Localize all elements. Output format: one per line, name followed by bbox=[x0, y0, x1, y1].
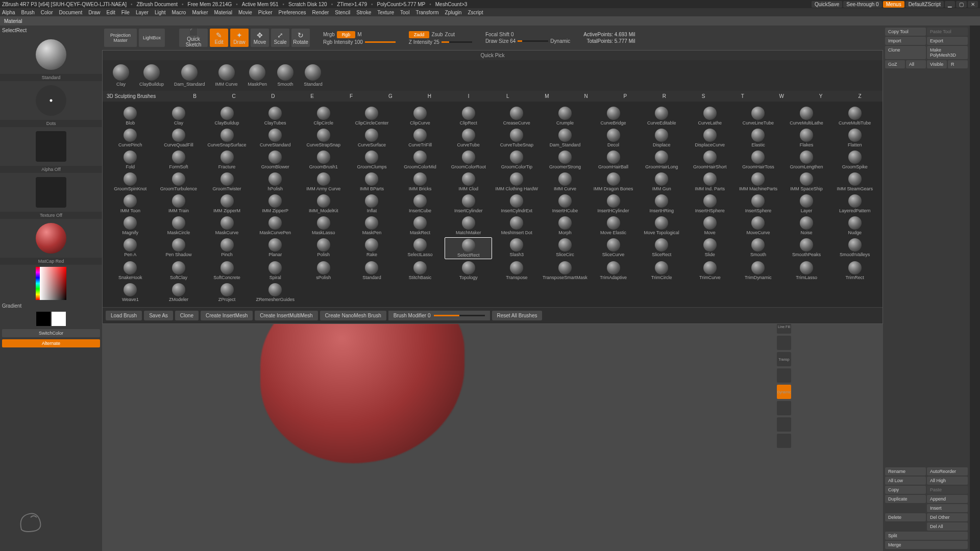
alpha-N[interactable]: N bbox=[568, 93, 605, 99]
zcut-button[interactable]: Zcut bbox=[445, 32, 455, 37]
export-button[interactable]: Export bbox=[927, 37, 968, 45]
brush-immzipperp[interactable]: IMM ZipperP bbox=[252, 193, 299, 214]
quickpick-smooth[interactable]: Smooth bbox=[277, 64, 293, 87]
brush-weave1[interactable]: Weave1 bbox=[107, 282, 154, 303]
save-brush-button[interactable]: Save As bbox=[144, 311, 173, 320]
brush-movecurve[interactable]: MoveCurve bbox=[734, 215, 782, 236]
brush-immspaceship[interactable]: IMM SpaceShip bbox=[783, 171, 830, 192]
menu-preferences[interactable]: Preferences bbox=[279, 10, 306, 15]
switchcolor-button[interactable]: SwitchColor bbox=[2, 329, 100, 337]
sidetool-tool8[interactable] bbox=[777, 401, 791, 415]
brush-softconcrete[interactable]: SoftConcrete bbox=[203, 260, 251, 281]
stroke-thumb[interactable] bbox=[36, 85, 66, 116]
brush-zproject[interactable]: ZProject bbox=[203, 282, 251, 303]
brush-groomlengthen[interactable]: GroomLengthen bbox=[783, 149, 830, 170]
brush-immtoon[interactable]: IMM Toon bbox=[107, 193, 154, 214]
rotate-button[interactable]: ↻Rotate bbox=[291, 29, 310, 47]
sidetool-tool9[interactable] bbox=[777, 417, 791, 432]
brush-smoothvalleys[interactable]: SmoothValleys bbox=[831, 237, 878, 259]
menu-material[interactable]: Material bbox=[214, 10, 233, 15]
brush-formsoft[interactable]: FormSoft bbox=[155, 149, 203, 170]
merge-button[interactable]: Merge bbox=[885, 541, 968, 549]
brush-slicecurve[interactable]: SliceCurve bbox=[590, 237, 637, 259]
brush-curvepinch[interactable]: CurvePinch bbox=[107, 128, 154, 148]
menu-texture[interactable]: Texture bbox=[377, 10, 394, 15]
brush-immgun[interactable]: IMM Gun bbox=[638, 171, 685, 192]
rename-button[interactable]: Rename bbox=[885, 467, 926, 475]
color-picker[interactable] bbox=[36, 267, 66, 300]
delete-button[interactable]: Delete bbox=[885, 513, 926, 521]
append-button[interactable]: Append bbox=[927, 495, 968, 503]
brush-inserthsphere[interactable]: InsertHSphere bbox=[687, 193, 734, 214]
brush-immmachineparts[interactable]: IMM MachineParts bbox=[734, 171, 782, 192]
window-max-icon[interactable]: ▢ bbox=[956, 1, 967, 8]
menu-zscript[interactable]: Zscript bbox=[468, 10, 483, 15]
brush-fold[interactable]: Fold bbox=[107, 149, 154, 170]
brush-curvelinetube[interactable]: CurveLineTube bbox=[734, 106, 782, 127]
brush-smooth[interactable]: Smooth bbox=[734, 237, 782, 259]
brush-moveelastic[interactable]: Move Elastic bbox=[590, 215, 637, 236]
brush-spolish[interactable]: sPolish bbox=[300, 260, 348, 281]
window-close-icon[interactable]: ✕ bbox=[968, 1, 978, 8]
swatch-black[interactable] bbox=[36, 312, 51, 326]
brush-inserthcube[interactable]: InsertHCube bbox=[542, 193, 589, 214]
lightbox-button[interactable]: LightBox bbox=[139, 29, 165, 47]
brush-curvequadfill[interactable]: CurveQuadFill bbox=[155, 128, 203, 148]
material-thumb[interactable] bbox=[36, 223, 66, 254]
menu-layer[interactable]: Layer bbox=[136, 10, 149, 15]
alpha-F[interactable]: F bbox=[333, 93, 370, 99]
brush-curvesurface[interactable]: CurveSurface bbox=[348, 128, 396, 148]
brush-groomcolormid[interactable]: GroomColorMid bbox=[397, 149, 444, 170]
brush-flatten[interactable]: Flatten bbox=[831, 128, 878, 148]
brush-planar[interactable]: Planar bbox=[252, 237, 299, 259]
brush-matchmaker[interactable]: MatchMaker bbox=[445, 215, 492, 236]
brush-immarmycurve[interactable]: IMM Army Curve bbox=[300, 171, 348, 192]
load-brush-button[interactable]: Load Brush bbox=[106, 311, 142, 320]
quickpick-maskpen[interactable]: MaskPen bbox=[248, 64, 267, 87]
quickpick-claybuildup[interactable]: ClayBuildup bbox=[139, 64, 164, 87]
brush-layer[interactable]: Layer bbox=[783, 193, 830, 214]
alpha-P[interactable]: P bbox=[606, 93, 644, 99]
brush-pinch[interactable]: Pinch bbox=[203, 237, 251, 259]
brush-elastic[interactable]: Elastic bbox=[734, 128, 782, 148]
brush-polish[interactable]: Polish bbox=[300, 237, 348, 259]
duplicate-button[interactable]: Duplicate bbox=[885, 495, 926, 503]
brush-curvestandard[interactable]: CurveStandard bbox=[252, 128, 299, 148]
brush-claybuildup[interactable]: ClayBuildup bbox=[203, 106, 251, 127]
brush-clipcurve[interactable]: ClipCurve bbox=[397, 106, 444, 127]
menu-file[interactable]: File bbox=[121, 10, 130, 15]
brush-curvemultilathe[interactable]: CurveMultiLathe bbox=[783, 106, 830, 127]
alpha-I[interactable]: I bbox=[450, 93, 487, 99]
brush-groomblower[interactable]: GroomBlower bbox=[252, 149, 299, 170]
alpha-D[interactable]: D bbox=[254, 93, 291, 99]
zadd-button[interactable]: Zadd bbox=[409, 31, 430, 38]
brush-layeredpattern[interactable]: LayeredPattern bbox=[831, 193, 878, 214]
menu-document[interactable]: Document bbox=[59, 10, 83, 15]
goz-visible-button[interactable]: Visible bbox=[927, 60, 947, 68]
sidetool-tool6[interactable] bbox=[777, 368, 791, 383]
brush-immbricks[interactable]: IMM Bricks bbox=[397, 171, 444, 192]
brush-immsteamgears[interactable]: IMM SteamGears bbox=[831, 171, 878, 192]
alpha-E[interactable]: E bbox=[293, 93, 331, 99]
mrgb-button[interactable]: Mrgb bbox=[323, 32, 335, 37]
brush-softclay[interactable]: SoftClay bbox=[155, 260, 203, 281]
brush-groombrush1[interactable]: GroomBrush1 bbox=[300, 149, 348, 170]
projection-master-button[interactable]: Projection Master bbox=[104, 29, 137, 47]
goz-all-button[interactable]: All bbox=[906, 60, 926, 68]
clone-brush-button[interactable]: Clone bbox=[175, 311, 199, 320]
alpha-W[interactable]: W bbox=[763, 93, 800, 99]
m-button[interactable]: M bbox=[357, 32, 361, 37]
brush-inserthring[interactable]: InsertHRing bbox=[638, 193, 685, 214]
brush-zremesherguides[interactable]: ZRemesherGuides bbox=[252, 282, 299, 303]
brush-maskpen[interactable]: MaskPen bbox=[348, 215, 396, 236]
create-nanomesh-button[interactable]: Create NanoMesh Brush bbox=[320, 311, 386, 320]
brush-curvetrifill[interactable]: CurveTriFill bbox=[397, 128, 444, 148]
brush-maskcircle[interactable]: MaskCircle bbox=[155, 215, 203, 236]
brush-inserthcylinder[interactable]: InsertHCylinder bbox=[590, 193, 637, 214]
brush-groomcolorroot[interactable]: GroomColorRoot bbox=[445, 149, 492, 170]
brush-insertsphere[interactable]: InsertSphere bbox=[734, 193, 782, 214]
brush-groomhairball[interactable]: GroomHairBall bbox=[590, 149, 637, 170]
autoreorder-button[interactable]: AutoReorder bbox=[927, 467, 968, 475]
quicksave-button[interactable]: QuickSave bbox=[812, 1, 842, 8]
insert-button[interactable]: Insert bbox=[927, 504, 968, 512]
